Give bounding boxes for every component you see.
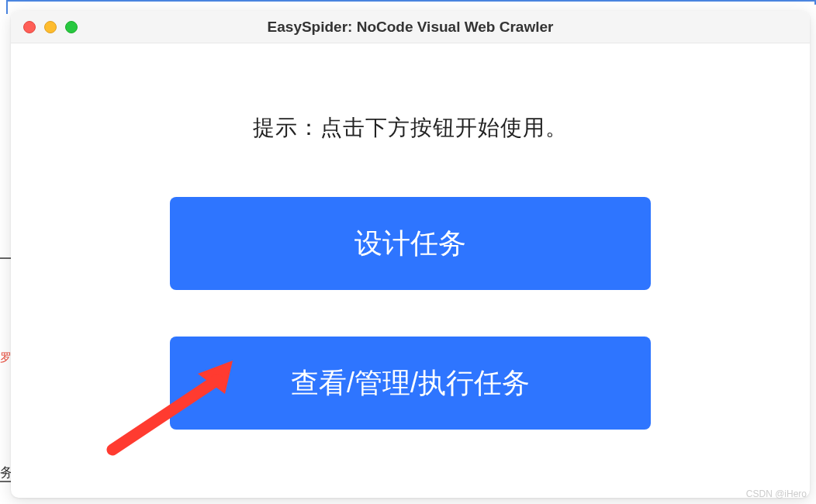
close-icon[interactable]: [23, 21, 36, 33]
design-task-label: 设计任务: [354, 225, 466, 263]
bg-flowchart-border-left: [6, 0, 8, 14]
bg-red-text-fragment: 罗: [0, 350, 12, 365]
content-area: 提示：点击下方按钮开始使用。 设计任务 查看/管理/执行任务: [11, 43, 810, 476]
maximize-icon[interactable]: [65, 21, 78, 33]
manage-task-button[interactable]: 查看/管理/执行任务: [170, 337, 651, 430]
design-task-button[interactable]: 设计任务: [170, 197, 651, 290]
watermark: CSDN @iHero: [746, 488, 807, 499]
manage-task-label: 查看/管理/执行任务: [291, 364, 530, 402]
app-window: EasySpider: NoCode Visual Web Crawler 提示…: [11, 11, 810, 498]
titlebar: EasySpider: NoCode Visual Web Crawler: [11, 11, 810, 43]
bg-flowchart-border-top: [6, 0, 816, 2]
hint-text: 提示：点击下方按钮开始使用。: [253, 113, 568, 143]
bg-line-fragment: [0, 257, 12, 259]
traffic-lights: [11, 21, 78, 33]
minimize-icon[interactable]: [44, 21, 57, 33]
window-title: EasySpider: NoCode Visual Web Crawler: [268, 19, 554, 36]
